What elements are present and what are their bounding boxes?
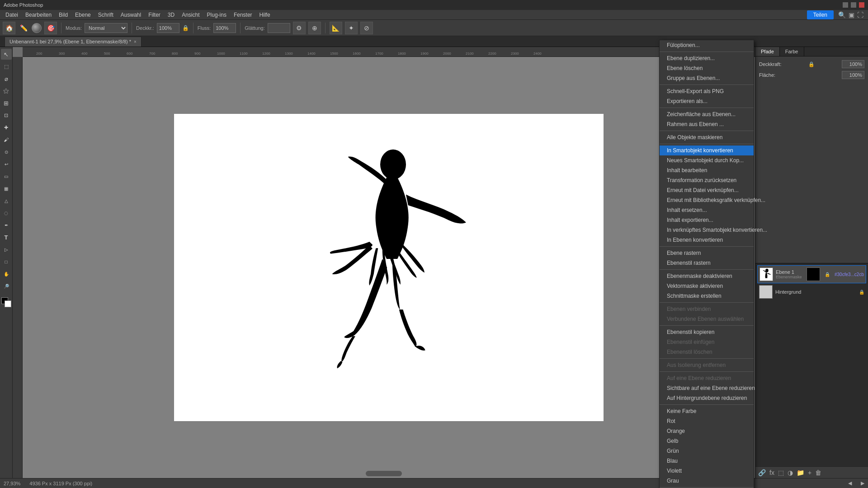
search-icon[interactable]: 🔍 [838, 11, 846, 19]
ctx-ebene-loeschen[interactable]: Ebene löschen [660, 63, 754, 73]
ctx-in-ebenen-konvertieren[interactable]: In Ebenen konvertieren [660, 235, 754, 245]
settings-button[interactable]: ⚙ [293, 22, 306, 34]
doc-tab[interactable]: Unbenannt-1 bei 27,9% (Ebene 1, Ebenenma… [5, 37, 142, 47]
fx-icon[interactable]: fx [769, 469, 774, 476]
pen-tool-button[interactable]: ✒ [1, 220, 12, 230]
move-tool-button[interactable]: ↖ [1, 49, 12, 60]
brush-preset-button[interactable]: 🎯 [44, 22, 57, 34]
ctx-neues-smartobjekt[interactable]: Neues Smartobjekt durch Kop... [660, 155, 754, 165]
menu-auswahl[interactable]: Auswahl [117, 11, 145, 19]
tab-farbe[interactable]: Farbe [780, 47, 804, 56]
ctx-gruppe-aus-ebenen[interactable]: Gruppe aus Ebenen... [660, 73, 754, 83]
fullscreen-icon[interactable]: ⛶ [857, 11, 863, 19]
opacity-panel-input[interactable] [842, 60, 864, 68]
ctx-violett[interactable]: Violett [660, 466, 754, 476]
quick-selection-tool-button[interactable]: ⚝ [1, 85, 12, 96]
gradient-tool-button[interactable]: ▦ [1, 183, 12, 194]
ctx-rot[interactable]: Rot [660, 416, 754, 426]
ctx-schnittmaske-erstellen[interactable]: Schnittmaske erstellen [660, 291, 754, 301]
menu-filter[interactable]: Filter [145, 11, 164, 19]
menu-bearbeiten[interactable]: Bearbeiten [22, 11, 55, 19]
flow-input[interactable] [213, 23, 236, 33]
ctx-inhalt-exportieren[interactable]: Inhalt exportieren... [660, 215, 754, 225]
ctx-erneut-datei[interactable]: Erneut mit Datei verknüpfen... [660, 185, 754, 195]
doc-tab-close-button[interactable]: × [134, 39, 137, 44]
menu-schrift[interactable]: Schrift [94, 11, 117, 19]
ctx-ebenenstil-kopieren[interactable]: Ebenenstil kopieren [660, 327, 754, 337]
ctx-in-smartobjekt-konvertieren[interactable]: In Smartobjekt konvertieren [660, 145, 754, 155]
ctx-inhalt-ersetzen[interactable]: Inhalt ersetzen... [660, 205, 754, 215]
menu-3d[interactable]: 3D [164, 11, 178, 19]
pressure-button[interactable]: ✦ [345, 22, 358, 34]
symmetry-button[interactable]: ⊕ [308, 22, 321, 34]
adjustment-icon[interactable]: ◑ [788, 469, 793, 476]
history-brush-tool-button[interactable]: ↩ [1, 159, 12, 169]
opacity-input[interactable] [157, 23, 179, 33]
ctx-transformation-zuruecksetzen[interactable]: Transformation zurücksetzen [660, 175, 754, 185]
canvas-inner[interactable] [174, 114, 604, 421]
ctx-gruen[interactable]: Grün [660, 446, 754, 456]
menu-datei[interactable]: Datei [2, 11, 22, 19]
maximize-button[interactable] [851, 2, 856, 8]
shape-tool-button[interactable]: □ [1, 256, 12, 267]
ctx-zeichenflaeche[interactable]: Zeichenfläche aus Ebenen... [660, 109, 754, 119]
mode-dropdown[interactable]: Normal Multiplizieren Überlagern [85, 23, 127, 33]
lasso-tool-button[interactable]: ⌀ [1, 73, 12, 84]
add-mask-icon[interactable]: ⬚ [778, 469, 784, 476]
ctx-blau[interactable]: Blau [660, 456, 754, 466]
ctx-exportieren-als[interactable]: Exportieren als... [660, 96, 754, 106]
ctx-sichtbare-auf-eine-ebene[interactable]: Sichtbare auf eine Ebene reduzieren [660, 383, 754, 393]
opacity-lock-icon[interactable]: 🔒 [808, 61, 815, 67]
delete-layer-icon[interactable]: 🗑 [815, 469, 821, 476]
ctx-erneut-bibliothek[interactable]: Erneut mit Bibliotheksgrafik verknüpfen.… [660, 195, 754, 205]
menu-plugins[interactable]: Plug-ins [203, 11, 230, 19]
ctx-ebene-duplizieren[interactable]: Ebene duplizieren... [660, 53, 754, 63]
ctx-vektormaske-aktivieren[interactable]: Vektormaske aktivieren [660, 281, 754, 291]
zoom-tool-button[interactable]: 🔎 [1, 281, 12, 291]
menu-fenster[interactable]: Fenster [230, 11, 256, 19]
brush-tool-button[interactable]: 🖌 [1, 134, 12, 145]
ctx-alle-objekte-maskieren[interactable]: Alle Objekte maskieren [660, 132, 754, 142]
ctx-ebene-rastern[interactable]: Ebene rastern [660, 248, 754, 258]
ctx-inhalt-bearbeiten[interactable]: Inhalt bearbeiten [660, 165, 754, 175]
tab-pfade[interactable]: Pfade [755, 47, 780, 56]
dodge-tool-button[interactable]: ◌ [1, 207, 12, 218]
path-selection-tool-button[interactable]: ▷ [1, 244, 12, 255]
eraser-tool-button[interactable]: ▭ [1, 171, 12, 182]
healing-tool-button[interactable]: ✚ [1, 122, 12, 133]
ctx-schnell-export[interactable]: Schnell-Export als PNG [660, 86, 754, 96]
menu-ebene[interactable]: Ebene [71, 11, 94, 19]
ctx-grau[interactable]: Grau [660, 476, 754, 486]
hand-tool-button[interactable]: ✋ [1, 268, 12, 279]
ctx-rahmen-aus-ebenen[interactable]: Rahmen aus Ebenen ... [660, 119, 754, 129]
layer-item-bg[interactable]: Hintergrund 🔒 [757, 283, 866, 300]
scrollbar-horizontal[interactable] [366, 471, 402, 476]
text-tool-button[interactable]: T [1, 232, 12, 243]
extra-button[interactable]: ⊘ [360, 22, 373, 34]
share-button[interactable]: Teilen [807, 10, 834, 19]
angle-button[interactable]: 📐 [330, 22, 342, 34]
link-icon[interactable]: 🔗 [758, 469, 766, 476]
selection-tool-button[interactable]: ⬚ [1, 61, 12, 72]
opacity-lock-icon[interactable]: 🔒 [182, 25, 189, 31]
add-layer-icon[interactable]: + [808, 469, 811, 476]
ctx-ebenenmaske-deaktivieren[interactable]: Ebenenmaske deaktivieren [660, 271, 754, 281]
blur-tool-button[interactable]: △ [1, 195, 12, 206]
clone-stamp-tool-button[interactable]: ⊙ [1, 146, 12, 157]
status-arrow-left[interactable]: ◀ [848, 480, 852, 486]
ctx-orange[interactable]: Orange [660, 426, 754, 436]
home-button[interactable]: 🏠 [3, 22, 15, 34]
menu-hilfe[interactable]: Hilfe [256, 11, 274, 19]
brush-button[interactable]: ✏️ [18, 23, 29, 33]
brush-color[interactable] [32, 23, 42, 33]
eyedropper-tool-button[interactable]: ⊡ [1, 110, 12, 121]
ctx-auf-hintergrundebene[interactable]: Auf Hintergrundebene reduzieren [660, 393, 754, 403]
minimize-button[interactable] [843, 2, 848, 8]
smoothing-input[interactable] [268, 23, 290, 33]
ctx-gelb[interactable]: Gelb [660, 436, 754, 446]
status-arrow-right[interactable]: ▶ [861, 480, 864, 486]
ctx-keine-farbe[interactable]: Keine Farbe [660, 406, 754, 416]
folder-icon[interactable]: 📁 [797, 469, 804, 476]
close-button[interactable] [859, 2, 864, 8]
menu-bild[interactable]: Bild [55, 11, 71, 19]
